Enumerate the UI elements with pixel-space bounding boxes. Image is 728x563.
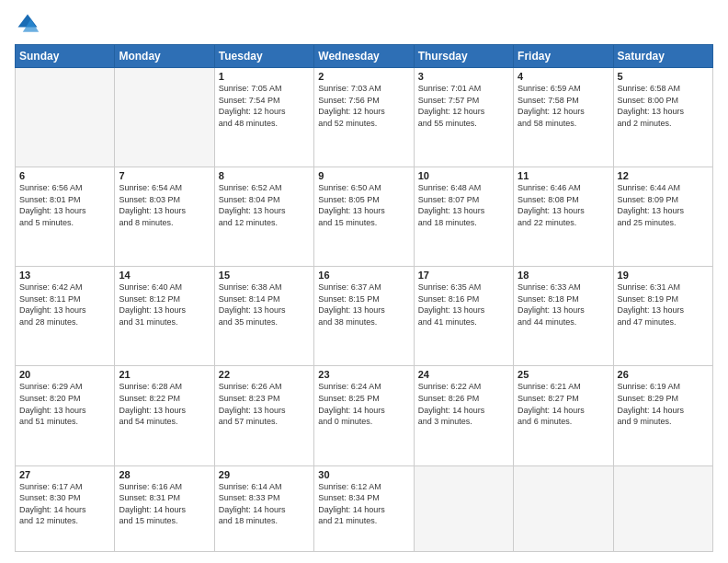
calendar-cell: [514, 465, 613, 551]
day-info: Sunrise: 6:12 AM Sunset: 8:34 PM Dayligh…: [318, 481, 409, 527]
day-info: Sunrise: 7:03 AM Sunset: 7:56 PM Dayligh…: [318, 83, 409, 129]
day-number: 3: [418, 71, 509, 82]
day-info: Sunrise: 6:52 AM Sunset: 8:04 PM Dayligh…: [219, 182, 310, 228]
day-info: Sunrise: 6:44 AM Sunset: 8:09 PM Dayligh…: [618, 182, 709, 228]
day-info: Sunrise: 6:16 AM Sunset: 8:31 PM Dayligh…: [119, 481, 210, 527]
calendar-cell: 24Sunrise: 6:22 AM Sunset: 8:26 PM Dayli…: [414, 366, 513, 465]
day-info: Sunrise: 6:22 AM Sunset: 8:26 PM Dayligh…: [418, 381, 509, 427]
week-row-4: 20Sunrise: 6:29 AM Sunset: 8:20 PM Dayli…: [16, 366, 713, 465]
day-info: Sunrise: 6:19 AM Sunset: 8:29 PM Dayligh…: [618, 381, 709, 427]
calendar-cell: 16Sunrise: 6:37 AM Sunset: 8:15 PM Dayli…: [314, 267, 414, 366]
calendar-cell: 14Sunrise: 6:40 AM Sunset: 8:12 PM Dayli…: [115, 267, 214, 366]
day-number: 21: [119, 369, 210, 380]
calendar-cell: 6Sunrise: 6:56 AM Sunset: 8:01 PM Daylig…: [16, 167, 115, 267]
calendar-cell: 4Sunrise: 6:59 AM Sunset: 7:58 PM Daylig…: [514, 68, 613, 167]
weekday-header-tuesday: Tuesday: [214, 45, 313, 68]
day-info: Sunrise: 6:37 AM Sunset: 8:15 PM Dayligh…: [318, 282, 409, 327]
day-number: 4: [518, 71, 609, 82]
page: SundayMondayTuesdayWednesdayThursdayFrid…: [0, 0, 728, 563]
day-info: Sunrise: 7:05 AM Sunset: 7:54 PM Dayligh…: [219, 83, 310, 129]
calendar-cell: 17Sunrise: 6:35 AM Sunset: 8:16 PM Dayli…: [414, 267, 513, 366]
calendar-cell: 18Sunrise: 6:33 AM Sunset: 8:18 PM Dayli…: [514, 267, 613, 366]
calendar-cell: 30Sunrise: 6:12 AM Sunset: 8:34 PM Dayli…: [314, 465, 414, 551]
weekday-header-friday: Friday: [514, 45, 613, 68]
day-info: Sunrise: 6:33 AM Sunset: 8:18 PM Dayligh…: [518, 282, 609, 327]
day-number: 17: [418, 270, 509, 281]
day-info: Sunrise: 6:56 AM Sunset: 8:01 PM Dayligh…: [19, 182, 110, 228]
day-number: 30: [318, 469, 409, 480]
weekday-header-sunday: Sunday: [16, 45, 115, 68]
day-info: Sunrise: 6:42 AM Sunset: 8:11 PM Dayligh…: [19, 282, 110, 327]
calendar-cell: 8Sunrise: 6:52 AM Sunset: 8:04 PM Daylig…: [214, 167, 313, 267]
day-info: Sunrise: 6:31 AM Sunset: 8:19 PM Dayligh…: [618, 282, 709, 327]
day-number: 12: [618, 170, 709, 181]
calendar-cell: 9Sunrise: 6:50 AM Sunset: 8:05 PM Daylig…: [314, 167, 414, 267]
calendar-cell: 27Sunrise: 6:17 AM Sunset: 8:30 PM Dayli…: [16, 465, 115, 551]
day-info: Sunrise: 6:50 AM Sunset: 8:05 PM Dayligh…: [318, 182, 409, 228]
day-number: 28: [119, 469, 210, 480]
day-number: 7: [119, 170, 210, 181]
weekday-header-wednesday: Wednesday: [314, 45, 414, 68]
day-number: 6: [19, 170, 110, 181]
calendar-cell: 11Sunrise: 6:46 AM Sunset: 8:08 PM Dayli…: [514, 167, 613, 267]
day-number: 26: [618, 369, 709, 380]
day-info: Sunrise: 6:35 AM Sunset: 8:16 PM Dayligh…: [418, 282, 509, 327]
week-row-2: 6Sunrise: 6:56 AM Sunset: 8:01 PM Daylig…: [16, 167, 713, 267]
day-number: 29: [219, 469, 310, 480]
day-number: 10: [418, 170, 509, 181]
day-info: Sunrise: 6:54 AM Sunset: 8:03 PM Dayligh…: [119, 182, 210, 228]
day-number: 5: [618, 71, 709, 82]
day-info: Sunrise: 6:24 AM Sunset: 8:25 PM Dayligh…: [318, 381, 409, 427]
day-number: 25: [518, 369, 609, 380]
calendar-cell: 25Sunrise: 6:21 AM Sunset: 8:27 PM Dayli…: [514, 366, 613, 465]
calendar-table: SundayMondayTuesdayWednesdayThursdayFrid…: [15, 44, 713, 552]
day-number: 24: [418, 369, 509, 380]
day-number: 11: [518, 170, 609, 181]
day-number: 20: [19, 369, 110, 380]
calendar-cell: 3Sunrise: 7:01 AM Sunset: 7:57 PM Daylig…: [414, 68, 513, 167]
day-info: Sunrise: 6:17 AM Sunset: 8:30 PM Dayligh…: [19, 481, 110, 527]
calendar-cell: 21Sunrise: 6:28 AM Sunset: 8:22 PM Dayli…: [115, 366, 214, 465]
header: [15, 11, 713, 37]
day-number: 9: [318, 170, 409, 181]
calendar-cell: [16, 68, 115, 167]
day-number: 19: [618, 270, 709, 281]
day-number: 13: [19, 270, 110, 281]
week-row-5: 27Sunrise: 6:17 AM Sunset: 8:30 PM Dayli…: [16, 465, 713, 551]
day-number: 16: [318, 270, 409, 281]
day-info: Sunrise: 6:46 AM Sunset: 8:08 PM Dayligh…: [518, 182, 609, 228]
calendar-cell: [115, 68, 214, 167]
day-number: 27: [19, 469, 110, 480]
calendar-cell: 12Sunrise: 6:44 AM Sunset: 8:09 PM Dayli…: [613, 167, 712, 267]
calendar-cell: 2Sunrise: 7:03 AM Sunset: 7:56 PM Daylig…: [314, 68, 414, 167]
calendar-cell: 5Sunrise: 6:58 AM Sunset: 8:00 PM Daylig…: [613, 68, 712, 167]
calendar-cell: 29Sunrise: 6:14 AM Sunset: 8:33 PM Dayli…: [214, 465, 313, 551]
day-number: 22: [219, 369, 310, 380]
day-info: Sunrise: 6:21 AM Sunset: 8:27 PM Dayligh…: [518, 381, 609, 427]
weekday-header-thursday: Thursday: [414, 45, 513, 68]
day-number: 1: [219, 71, 310, 82]
day-number: 2: [318, 71, 409, 82]
week-row-1: 1Sunrise: 7:05 AM Sunset: 7:54 PM Daylig…: [16, 68, 713, 167]
day-number: 23: [318, 369, 409, 380]
week-row-3: 13Sunrise: 6:42 AM Sunset: 8:11 PM Dayli…: [16, 267, 713, 366]
day-info: Sunrise: 6:59 AM Sunset: 7:58 PM Dayligh…: [518, 83, 609, 129]
logo-icon: [15, 11, 40, 37]
calendar-cell: 1Sunrise: 7:05 AM Sunset: 7:54 PM Daylig…: [214, 68, 313, 167]
weekday-header-row: SundayMondayTuesdayWednesdayThursdayFrid…: [16, 45, 713, 68]
calendar-cell: 22Sunrise: 6:26 AM Sunset: 8:23 PM Dayli…: [214, 366, 313, 465]
day-info: Sunrise: 6:38 AM Sunset: 8:14 PM Dayligh…: [219, 282, 310, 327]
day-info: Sunrise: 6:26 AM Sunset: 8:23 PM Dayligh…: [219, 381, 310, 427]
calendar-cell: 13Sunrise: 6:42 AM Sunset: 8:11 PM Dayli…: [16, 267, 115, 366]
calendar-cell: 15Sunrise: 6:38 AM Sunset: 8:14 PM Dayli…: [214, 267, 313, 366]
calendar-cell: 23Sunrise: 6:24 AM Sunset: 8:25 PM Dayli…: [314, 366, 414, 465]
day-info: Sunrise: 6:29 AM Sunset: 8:20 PM Dayligh…: [19, 381, 110, 427]
day-info: Sunrise: 7:01 AM Sunset: 7:57 PM Dayligh…: [418, 83, 509, 129]
calendar-cell: 28Sunrise: 6:16 AM Sunset: 8:31 PM Dayli…: [115, 465, 214, 551]
day-number: 14: [119, 270, 210, 281]
calendar-cell: [613, 465, 712, 551]
calendar-cell: 19Sunrise: 6:31 AM Sunset: 8:19 PM Dayli…: [613, 267, 712, 366]
day-info: Sunrise: 6:48 AM Sunset: 8:07 PM Dayligh…: [418, 182, 509, 228]
calendar-cell: 26Sunrise: 6:19 AM Sunset: 8:29 PM Dayli…: [613, 366, 712, 465]
day-info: Sunrise: 6:14 AM Sunset: 8:33 PM Dayligh…: [219, 481, 310, 527]
